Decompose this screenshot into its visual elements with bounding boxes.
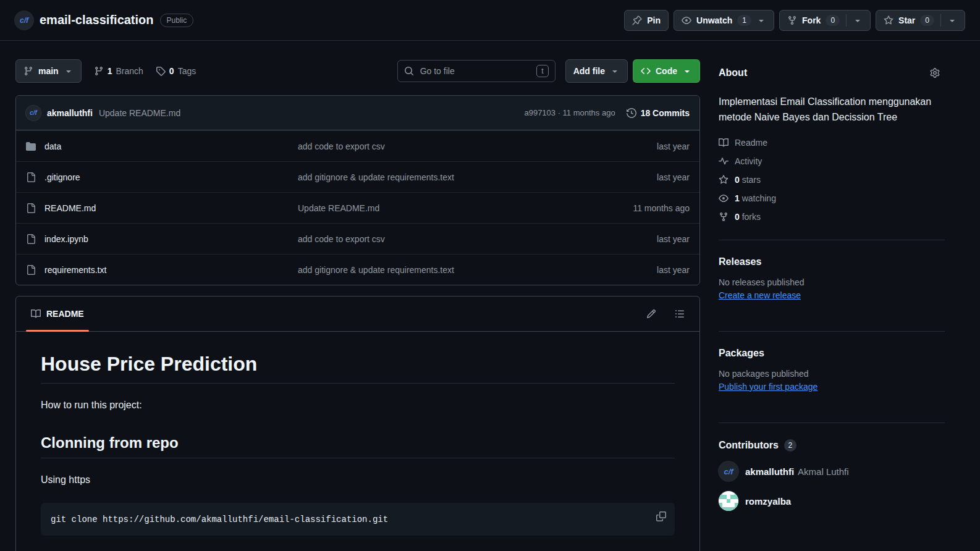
sidebar-item-forks[interactable]: 0 forks bbox=[719, 208, 945, 226]
stars-count: 0 bbox=[735, 175, 740, 185]
packages-section: Packages No packages published Publish y… bbox=[719, 331, 945, 409]
file-icon bbox=[26, 265, 38, 275]
releases-empty-text: No releases published bbox=[719, 277, 945, 287]
readme-link-label: Readme bbox=[735, 138, 767, 148]
history-icon bbox=[627, 108, 636, 118]
file-link[interactable]: index.ipynb bbox=[44, 234, 292, 244]
search-input[interactable] bbox=[419, 65, 532, 77]
avatar[interactable]: c/f bbox=[719, 461, 738, 481]
commit-message-link[interactable]: Update README.md bbox=[99, 108, 180, 118]
packages-empty-text: No packages published bbox=[719, 369, 945, 379]
activity-link-label: Activity bbox=[735, 156, 762, 166]
repo-avatar[interactable]: c/f bbox=[15, 11, 33, 30]
star-button[interactable]: Star 0 bbox=[876, 10, 965, 31]
branches-link[interactable]: 1 Branch bbox=[94, 66, 143, 76]
file-link[interactable]: data bbox=[44, 141, 292, 151]
file-commit-date: last year bbox=[615, 172, 690, 182]
readme-section-heading: Clonning from repo bbox=[41, 434, 675, 458]
branch-selector[interactable]: main bbox=[15, 59, 82, 83]
fork-icon bbox=[719, 212, 729, 222]
code-block: git clone https://github.com/akmalluthfi… bbox=[41, 503, 675, 536]
outline-button[interactable] bbox=[670, 304, 690, 324]
commit-author-avatar[interactable]: c/f bbox=[26, 106, 41, 120]
file-link[interactable]: README.md bbox=[44, 203, 292, 213]
file-commit-message[interactable]: add code to export csv bbox=[298, 141, 609, 151]
edit-repo-details-button[interactable] bbox=[925, 63, 945, 83]
file-commit-message[interactable]: add gitignore & update requirements.text bbox=[298, 172, 609, 182]
chevron-down-icon bbox=[756, 15, 766, 25]
create-release-link[interactable]: Create a new release bbox=[719, 290, 801, 300]
file-commit-date: 11 months ago bbox=[615, 203, 690, 213]
latest-commit-bar: c/f akmalluthfi Update README.md a997103… bbox=[16, 96, 699, 130]
readme-paragraph: Using https bbox=[41, 474, 675, 486]
file-commit-message[interactable]: Update README.md bbox=[298, 203, 609, 213]
watching-label: watching bbox=[742, 193, 776, 203]
search-icon bbox=[404, 66, 414, 76]
readme-tab-label: README bbox=[46, 309, 84, 319]
file-commit-message[interactable]: add gitignore & update requirements.text bbox=[298, 265, 609, 275]
pin-button[interactable]: Pin bbox=[624, 10, 669, 31]
eye-icon bbox=[719, 193, 729, 203]
sidebar-item-watching[interactable]: 1 watching bbox=[719, 189, 945, 208]
copy-button[interactable] bbox=[651, 507, 671, 526]
branch-count: 1 bbox=[108, 66, 112, 76]
sidebar-item-readme[interactable]: Readme bbox=[719, 133, 945, 152]
publish-package-link[interactable]: Publish your first package bbox=[719, 382, 817, 392]
contributors-title: Contributors bbox=[719, 440, 779, 451]
chevron-down-icon[interactable] bbox=[853, 15, 863, 25]
sidebar-item-stars[interactable]: 0 stars bbox=[719, 170, 945, 189]
forks-label: forks bbox=[742, 212, 761, 222]
tags-link[interactable]: 0 Tags bbox=[156, 66, 196, 76]
add-file-button[interactable]: Add file bbox=[565, 59, 628, 83]
list-item: romzyalba bbox=[719, 491, 945, 511]
gear-icon bbox=[930, 68, 940, 78]
chevron-down-icon bbox=[682, 66, 692, 76]
forks-count: 0 bbox=[735, 212, 740, 222]
commit-author-link[interactable]: akmalluthfi bbox=[47, 108, 93, 118]
readme-panel: README House Price Prediction How to run… bbox=[15, 296, 700, 551]
packages-title[interactable]: Packages bbox=[719, 348, 945, 359]
commit-history-link[interactable]: 18 Commits bbox=[627, 108, 690, 118]
code-button[interactable]: Code bbox=[633, 59, 700, 83]
releases-title[interactable]: Releases bbox=[719, 256, 945, 267]
file-icon bbox=[26, 203, 38, 213]
file-link[interactable]: requirements.txt bbox=[44, 265, 292, 275]
star-icon bbox=[719, 175, 729, 185]
contributors-count-badge: 2 bbox=[784, 439, 796, 452]
commit-sha-time[interactable]: a997103 · 11 months ago bbox=[524, 108, 615, 117]
pulse-icon bbox=[719, 156, 729, 166]
list-unordered-icon bbox=[675, 309, 685, 319]
chevron-down-icon bbox=[64, 66, 74, 76]
folder-icon bbox=[26, 141, 38, 151]
contributor-link[interactable]: akmalluthfi Akmal Luthfi bbox=[745, 466, 849, 477]
file-commit-date: last year bbox=[615, 234, 690, 244]
fork-button[interactable]: Fork 0 bbox=[779, 10, 871, 31]
branch-name: main bbox=[38, 66, 59, 76]
about-description: Implementasi Email Classification menggu… bbox=[719, 94, 945, 125]
go-to-file-search[interactable]: t bbox=[397, 60, 555, 82]
sidebar-item-activity[interactable]: Activity bbox=[719, 152, 945, 170]
readme-content: House Price Prediction How to run this p… bbox=[16, 332, 699, 551]
tab-readme[interactable]: README bbox=[26, 297, 89, 331]
contributors-header[interactable]: Contributors 2 bbox=[719, 439, 945, 452]
file-link[interactable]: .gitignore bbox=[44, 172, 292, 182]
file-commit-date: last year bbox=[615, 265, 690, 275]
pencil-icon bbox=[646, 309, 656, 319]
watch-count[interactable]: 1 bbox=[737, 15, 751, 26]
search-shortcut-key: t bbox=[536, 65, 548, 77]
unwatch-button[interactable]: Unwatch 1 bbox=[674, 10, 774, 31]
table-row: .gitignore add gitignore & update requir… bbox=[16, 161, 699, 192]
edit-readme-button[interactable] bbox=[641, 304, 661, 324]
file-toolbar: main 1 Branch 0 Tags t bbox=[15, 59, 700, 83]
copy-icon bbox=[656, 511, 666, 521]
star-count[interactable]: 0 bbox=[920, 15, 934, 26]
table-row: requirements.txt add gitignore & update … bbox=[16, 254, 699, 285]
about-title: About bbox=[719, 67, 747, 78]
chevron-down-icon[interactable] bbox=[947, 15, 957, 25]
fork-count[interactable]: 0 bbox=[826, 15, 840, 26]
avatar[interactable] bbox=[719, 491, 738, 511]
readme-tools bbox=[641, 304, 690, 324]
file-commit-message[interactable]: add code to export csv bbox=[298, 234, 609, 244]
repo-title[interactable]: email-classification bbox=[40, 13, 154, 27]
contributor-link[interactable]: romzyalba bbox=[745, 496, 791, 507]
